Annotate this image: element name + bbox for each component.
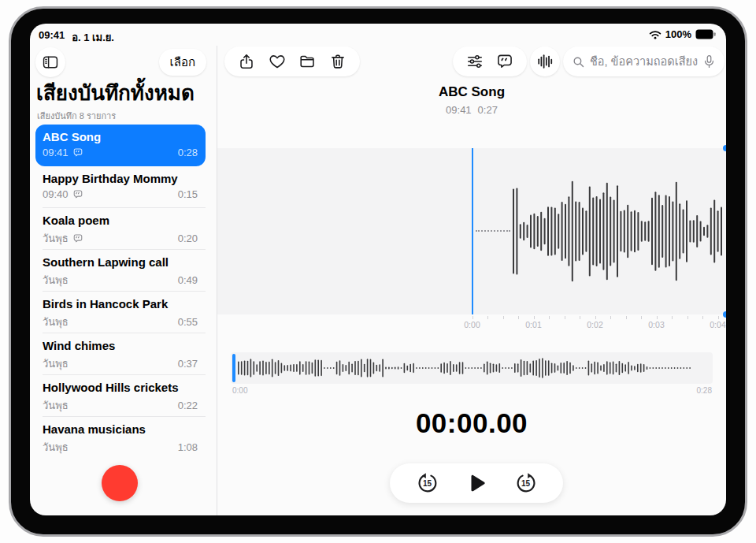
now-playing-time: 09:41	[446, 104, 472, 116]
timeline-tick	[549, 316, 550, 319]
recording-name: Birds in Hancock Park	[43, 297, 198, 311]
recording-duration: 0:15	[178, 188, 198, 200]
timeline-tick	[580, 316, 580, 319]
sidebar-toggle-button[interactable]	[35, 47, 65, 77]
sidebar-icon	[42, 54, 59, 71]
battery-icon	[695, 29, 716, 39]
waveform-icon	[536, 53, 554, 70]
recording-name: Havana musicians	[43, 422, 198, 436]
recording-date: วันพุธ	[43, 272, 69, 288]
transcript-icon	[72, 233, 83, 244]
timeline-tick	[518, 316, 519, 319]
waveform-view-button[interactable]	[536, 53, 554, 70]
transcript-icon	[72, 189, 83, 199]
timeline-tick	[503, 316, 504, 319]
timeline-ruler: 0:000:010:020:030:04	[217, 315, 726, 329]
play-icon	[465, 471, 488, 495]
recording-duration: 0:55	[178, 316, 198, 328]
recording-subline: วันพุธ 1:08	[43, 439, 198, 456]
transcript-button[interactable]	[496, 53, 513, 70]
skip-back-label: 15	[416, 479, 439, 488]
trash-icon	[329, 53, 346, 70]
dictation-mic-icon[interactable]	[702, 54, 716, 69]
recording-name: Wind chimes	[43, 339, 198, 352]
play-button[interactable]	[465, 471, 488, 495]
recording-name: Hollywood Hills crickets	[43, 381, 198, 394]
recording-subline: วันพุธ 0:37	[43, 355, 198, 372]
recording-subline: วันพุธ 0:20	[43, 230, 198, 247]
transcript-icon	[72, 147, 83, 158]
ipad-frame: 09:41 อ. 1 เม.ย. 100%	[0, 0, 756, 543]
recording-subline: วันพุธ 0:49	[43, 272, 198, 288]
recording-date: 09:40	[43, 188, 69, 200]
sidebar-subtitle: เสียงบันทึก 8 รายการ	[37, 109, 116, 123]
playback-settings-button[interactable]	[466, 53, 484, 70]
select-button[interactable]: เลือก	[159, 49, 206, 76]
now-playing-duration: 0:27	[478, 104, 498, 116]
timeline-tick	[565, 316, 565, 319]
timeline-tick	[610, 316, 611, 319]
recording-duration: 0:28	[178, 147, 198, 158]
timeline-tick	[687, 316, 688, 319]
recording-date: วันพุธ	[43, 355, 69, 372]
sidebar-title: เสียงบันทึกทั้งหมด	[36, 79, 195, 107]
heart-icon	[269, 53, 286, 70]
playhead-dot-top	[723, 145, 726, 151]
recording-name: Happy Birthday Mommy	[43, 172, 198, 185]
now-playing-title: ABC Song	[217, 84, 726, 100]
recording-row[interactable]: Hollywood Hills crickets วันพุธ 0:22	[35, 375, 206, 417]
recording-name: Southern Lapwing call	[43, 255, 198, 269]
recording-row[interactable]: Havana musicians วันพุธ 1:08	[35, 417, 206, 459]
transcript-bubble-icon	[496, 53, 513, 70]
skip-back-15-button[interactable]: 15	[416, 471, 439, 495]
silence-dotted-line	[476, 230, 510, 232]
recording-row[interactable]: Birds in Hancock Park วันพุธ 0:55	[35, 292, 206, 333]
waveform-panel[interactable]	[217, 148, 726, 314]
recording-duration: 0:37	[178, 358, 198, 370]
playhead[interactable]	[472, 148, 473, 314]
voice-memos-app: 09:41 อ. 1 เม.ย. 100%	[30, 24, 726, 515]
timeline-tick	[472, 316, 473, 319]
recording-name: Koala poem	[43, 214, 198, 227]
recording-name: ABC Song	[43, 130, 198, 143]
timeline-label: 0:04	[704, 320, 727, 329]
recording-date: วันพุธ	[43, 397, 69, 414]
delete-button[interactable]	[329, 53, 346, 70]
recording-duration: 1:08	[178, 441, 198, 453]
recording-duration: 0:20	[178, 232, 198, 244]
select-button-label: เลือก	[170, 55, 195, 69]
timeline-tick	[487, 316, 488, 319]
timeline-label: 0:02	[581, 320, 610, 329]
recording-row[interactable]: Koala poem วันพุธ 0:20	[35, 208, 206, 250]
favorite-button[interactable]	[269, 53, 286, 70]
toolbar-right	[453, 46, 527, 76]
timeline-tick	[672, 316, 673, 319]
overview-end-label: 0:28	[697, 386, 712, 395]
overview-playhead[interactable]	[232, 354, 235, 382]
timeline-tick	[595, 316, 596, 319]
search-icon	[572, 55, 585, 69]
recording-row[interactable]: Wind chimes วันพุธ 0:37	[35, 333, 206, 375]
share-button[interactable]	[238, 53, 255, 70]
move-to-folder-button[interactable]	[298, 53, 316, 70]
recording-row[interactable]: Happy Birthday Mommy 09:40 0:15	[35, 166, 206, 208]
recording-date: วันพุธ	[43, 230, 69, 247]
skip-forward-15-button[interactable]: 15	[514, 471, 538, 495]
overview-waveform	[237, 352, 695, 384]
timeline-tick	[702, 316, 703, 319]
recording-subline: วันพุธ 0:22	[43, 397, 198, 414]
main-waveform	[512, 148, 726, 314]
record-button[interactable]	[102, 465, 138, 501]
search-input[interactable]	[590, 55, 698, 68]
status-bar: 09:41 อ. 1 เม.ย. 100%	[30, 24, 726, 46]
overview-waveform-panel[interactable]	[231, 352, 713, 384]
status-date: อ. 1 เม.ย.	[72, 29, 114, 46]
timeline-tick	[641, 316, 642, 319]
timeline-label: 0:00	[458, 320, 487, 329]
skip-forward-label: 15	[514, 479, 538, 488]
recording-row[interactable]: Southern Lapwing call วันพุธ 0:49	[35, 250, 206, 292]
recording-date: วันพุธ	[43, 439, 69, 456]
status-time: 09:41	[39, 29, 65, 46]
recording-row[interactable]: ABC Song 09:41 0:28	[35, 125, 206, 166]
timeline-tick	[626, 316, 627, 319]
